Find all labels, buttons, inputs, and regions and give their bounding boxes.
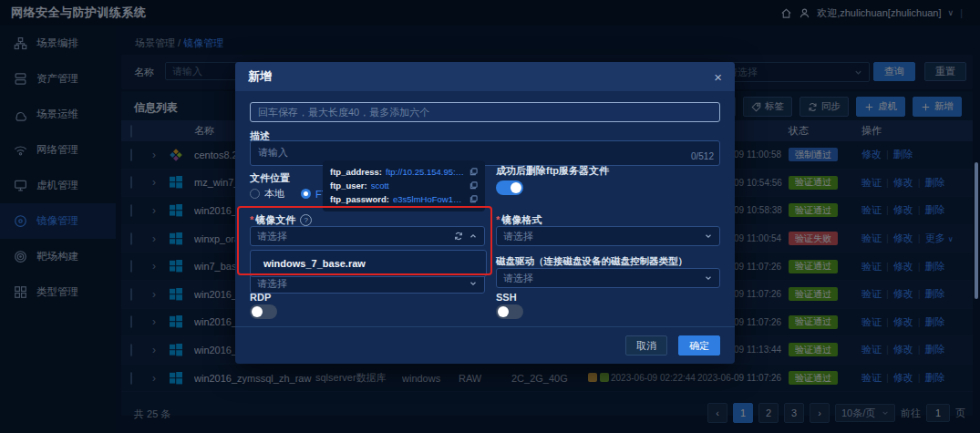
char-counter: 0/512 — [691, 151, 714, 161]
modal-title: 新增 — [248, 68, 272, 85]
ssh-toggle[interactable] — [496, 304, 523, 319]
chevron-down-icon — [704, 232, 713, 241]
ftp-password-value: e3s5lmHoFow1CCUdOOqc... — [393, 194, 466, 204]
help-icon[interactable]: ? — [300, 214, 312, 226]
copy-icon[interactable] — [469, 181, 478, 190]
disk-drive-label: 磁盘驱动（连接磁盘设备的磁盘控制器类型） — [496, 255, 687, 268]
chevron-down-icon — [469, 279, 478, 288]
file-location-label: 文件位置 — [250, 171, 290, 185]
ssh-label: SSH — [496, 292, 517, 303]
image-file-label: *镜像文件 ? — [250, 213, 312, 227]
ftp-info-box: ftp_address: ftp://10.25.154.95:21/image… — [323, 160, 485, 211]
ftp-user-value: scott — [371, 180, 466, 191]
delete-after-label: 成功后删除ftp服务器文件 — [496, 164, 609, 178]
dropdown-option[interactable]: windows_7_base.raw — [251, 258, 366, 269]
copy-icon[interactable] — [469, 168, 478, 176]
ftp-address-value: ftp://10.25.154.95:21/image — [386, 167, 466, 177]
app-window: 网络安全与防护训练系统 欢迎,zhulichuan[zhulichuan] ∨ … — [0, 0, 980, 433]
image-name-input[interactable] — [250, 102, 720, 122]
rdp-toggle[interactable] — [250, 304, 277, 319]
modal-header: 新增 × — [235, 62, 735, 91]
chevron-down-icon — [704, 273, 713, 283]
image-format-label: *镜像格式 — [496, 213, 542, 227]
add-image-modal: 新增 × 描述 0/512 文件位置 本地 FTP ftp_address: f… — [235, 62, 735, 364]
refresh-icon[interactable] — [454, 232, 463, 241]
delete-after-toggle[interactable] — [496, 180, 523, 195]
cancel-button[interactable]: 取消 — [625, 335, 667, 356]
image-format-select[interactable]: 请选择 — [496, 226, 720, 246]
close-icon[interactable]: × — [714, 70, 722, 84]
copy-icon[interactable] — [469, 195, 478, 203]
confirm-button[interactable]: 确定 — [678, 335, 720, 356]
disk-drive-select[interactable]: 请选择 — [496, 268, 720, 288]
description-field: 0/512 — [250, 140, 720, 166]
image-file-dropdown: windows_7_base.raw — [250, 250, 487, 277]
chevron-up-icon[interactable] — [469, 232, 478, 241]
radio-icon — [250, 189, 260, 199]
description-textarea[interactable] — [251, 141, 719, 165]
image-file-select[interactable]: 请选择 — [250, 226, 485, 246]
modal-footer: 取消 确定 — [235, 326, 735, 364]
local-radio[interactable]: 本地 — [250, 187, 284, 201]
scrollbar-thumb[interactable] — [975, 162, 978, 299]
radio-selected-icon — [301, 189, 311, 199]
